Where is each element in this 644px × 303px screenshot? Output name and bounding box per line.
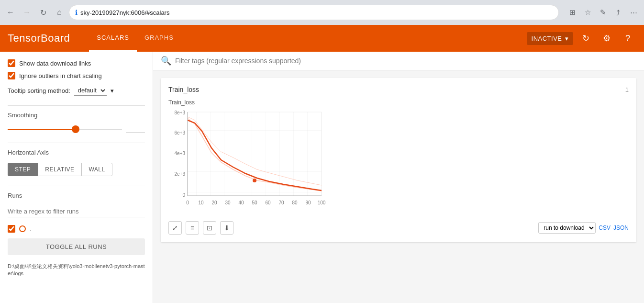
divider-2 [8,143,145,143]
list-view-button[interactable]: ≡ [186,221,199,235]
nav-scalars[interactable]: SCALARS [89,25,137,52]
status-text: INACTIVE [532,35,562,42]
app-header: TensorBoard SCALARS GRAPHS INACTIVE ▾ ↻ … [0,25,644,52]
nav-graphs[interactable]: GRAPHS [137,25,181,52]
svg-text:30: 30 [225,200,231,205]
chart-section-title: Train_loss [168,86,199,93]
browser-actions: ⊞ ☆ ✎ ⤴ ⋯ [566,6,640,19]
axis-buttons: STEP RELATIVE WALL [8,163,145,176]
svg-text:80: 80 [292,200,298,205]
profile-button[interactable]: ✎ [596,6,610,19]
fit-button[interactable]: ⊡ [203,221,216,235]
toggle-all-button[interactable]: TOGGLE ALL RUNS [8,238,145,255]
filter-input[interactable] [175,57,636,65]
svg-text:50: 50 [252,200,257,205]
smoothing-section: Smoothing 0.6 [8,112,145,133]
address-bar[interactable]: ℹ sky-20190927nyk:6006/#scalars [69,5,559,20]
svg-text:10: 10 [198,200,204,205]
refresh-icon: ↻ [582,33,589,44]
axis-relative-button[interactable]: RELATIVE [38,163,81,176]
svg-text:20: 20 [211,200,217,205]
header-nav: SCALARS GRAPHS [89,25,181,52]
back-button[interactable]: ← [4,6,17,19]
status-dropdown[interactable]: INACTIVE ▾ [527,32,573,45]
ignore-outliers-row: Ignore outliers in chart scaling [8,72,145,79]
bookmark-button[interactable]: ☆ [581,6,594,19]
reload-icon: ↻ [40,8,46,17]
json-download-link[interactable]: JSON [613,224,629,231]
runs-filter-input[interactable] [8,206,145,217]
chart-svg: 0 2e+3 4e+3 6e+3 8e+3 0 10 20 30 40 50 6… [168,110,341,215]
smoothing-value-input[interactable]: 0.6 [126,125,145,133]
settings-icon: ⚙ [603,33,611,44]
download-section: run to download CSV JSON [538,222,629,234]
svg-text:70: 70 [278,200,284,205]
ignore-outliers-checkbox[interactable] [8,72,15,79]
help-button[interactable]: ? [619,30,636,47]
run-checkbox[interactable] [8,225,15,233]
header-controls: INACTIVE ▾ ↻ ⚙ ? [527,30,636,47]
run-item: . [8,225,145,233]
browser-menu-button[interactable]: ⋯ [627,6,640,19]
run-path: D:\桌面\毕业论文相关资料\yolo3-mobilenetv3-pytorch… [8,263,145,278]
list-icon: ≡ [190,224,194,232]
home-icon: ⌂ [57,8,62,17]
show-data-links-checkbox[interactable] [8,59,15,67]
tooltip-select[interactable]: default [74,85,107,96]
url-text: sky-20190927nyk:6006/#scalars [80,9,169,16]
dropdown-chevron-icon: ▾ [565,35,569,42]
run-to-download-select[interactable]: run to download [538,222,596,234]
main-content: 🔍 Train_loss 1 Train_loss [153,52,644,303]
tooltip-label: Tooltip sorting method: [8,87,70,94]
svg-rect-0 [188,112,322,196]
show-data-links-row: Show data download links [8,59,145,67]
settings-button[interactable]: ⚙ [598,30,615,47]
chart-label: Train_loss [168,99,629,106]
run-label: . [30,225,32,233]
svg-text:100: 100 [318,200,326,205]
svg-text:0: 0 [186,200,189,205]
ignore-outliers-label: Ignore outliers in chart scaling [19,72,102,79]
svg-text:8e+3: 8e+3 [174,110,185,115]
divider-3 [8,186,145,186]
help-icon: ? [625,34,630,44]
svg-text:6e+3: 6e+3 [174,130,185,135]
svg-text:90: 90 [305,200,311,205]
svg-text:60: 60 [265,200,271,205]
chart-area: 0 2e+3 4e+3 6e+3 8e+3 0 10 20 30 40 50 6… [168,110,341,216]
refresh-app-button[interactable]: ↻ [577,30,594,47]
main-layout: Show data download links Ignore outliers… [0,52,644,303]
chart-data-point [253,179,256,182]
chart-header: Train_loss 1 [168,86,629,93]
sidebar: Show data download links Ignore outliers… [0,52,153,303]
info-icon: ℹ [75,9,78,16]
axis-wall-button[interactable]: WALL [81,163,112,176]
forward-button[interactable]: → [20,6,33,19]
fullscreen-icon: ⤢ [172,224,178,232]
browser-chrome: ← → ↻ ⌂ ℹ sky-20190927nyk:6006/#scalars … [0,0,644,25]
csv-download-link[interactable]: CSV [599,224,611,231]
fullscreen-button[interactable]: ⤢ [168,221,182,235]
share-button[interactable]: ⤴ [611,6,625,19]
tabs-button[interactable]: ⊞ [566,6,579,19]
slider-row: 0.6 [8,125,145,133]
svg-text:4e+3: 4e+3 [174,151,185,156]
download-chart-button[interactable]: ⬇ [220,221,233,235]
axis-title: Horizontal Axis [8,149,145,156]
runs-section: Runs . TOGGLE ALL RUNS D:\桌面\毕业论文相关资料\yo… [8,192,145,278]
smoothing-slider[interactable] [8,129,122,130]
app-logo: TensorBoard [8,32,70,45]
smoothing-title: Smoothing [8,112,145,119]
svg-text:2e+3: 2e+3 [174,171,185,177]
fit-icon: ⊡ [207,224,212,232]
chart-count: 1 [625,86,629,93]
tooltip-chevron: ▾ [111,87,114,94]
forward-icon: → [23,8,31,17]
divider-1 [8,105,145,106]
show-data-links-label: Show data download links [19,60,91,67]
filter-bar: 🔍 [153,52,644,70]
reload-button[interactable]: ↻ [36,6,50,19]
svg-text:0: 0 [182,192,185,198]
home-button[interactable]: ⌂ [53,6,66,19]
axis-step-button[interactable]: STEP [8,163,38,176]
